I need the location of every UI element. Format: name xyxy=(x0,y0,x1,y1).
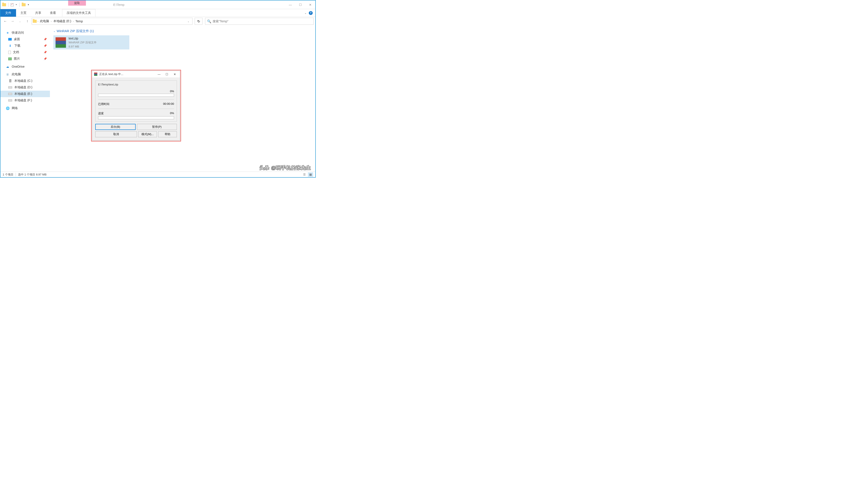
cancel-button[interactable]: 取消 xyxy=(95,131,137,137)
background-button[interactable]: 后台(B) xyxy=(95,124,135,130)
sidebar-this-pc[interactable]: 🖥此电脑 xyxy=(0,71,50,78)
help-button[interactable]: 帮助 xyxy=(158,131,177,137)
chevron-right-icon[interactable]: › xyxy=(37,20,38,23)
properties-icon[interactable] xyxy=(11,3,14,6)
maximize-button[interactable]: ☐ xyxy=(295,0,305,9)
extract-dialog-highlight: 正在从 text.zip 中... — ☐ ✕ E:\Temp\text.zip… xyxy=(91,70,181,141)
sidebar-pictures[interactable]: 图片📌 xyxy=(0,56,50,62)
pc-icon: 🖥 xyxy=(6,72,9,76)
svg-rect-0 xyxy=(94,73,97,74)
drive-icon xyxy=(8,93,12,95)
ribbon-tabs: 文件 主页 共享 查看 压缩的文件夹工具 ⌄ ? xyxy=(0,9,315,17)
mode-button[interactable]: 模式(M)... xyxy=(138,131,157,137)
progress-label: 进度 xyxy=(98,111,104,116)
sidebar-quick-access[interactable]: ★快速访问 xyxy=(0,30,50,36)
tab-home[interactable]: 主页 xyxy=(16,9,31,17)
dialog-title: 正在从 text.zip 中... xyxy=(99,72,155,76)
address-bar[interactable]: › 此电脑 › 本地磁盘 (E:) › Temp ⌄ xyxy=(32,18,192,25)
chevron-down-icon[interactable]: ▼ xyxy=(16,4,17,6)
drive-icon: 🗄 xyxy=(8,79,12,83)
chevron-right-icon[interactable]: › xyxy=(51,20,52,23)
elapsed-value: 00:00:00 xyxy=(163,102,174,106)
search-input[interactable] xyxy=(213,20,312,23)
download-icon: ⬇ xyxy=(8,44,12,48)
back-button[interactable]: ← xyxy=(2,18,8,24)
collapse-ribbon-icon[interactable]: ⌄ xyxy=(305,11,307,14)
search-icon: 🔍 xyxy=(207,19,211,24)
group-header[interactable]: ⌄ WinRAR ZIP 压缩文件 (1) xyxy=(53,28,312,34)
help-icon[interactable]: ? xyxy=(309,11,313,15)
sidebar-drive-c[interactable]: 🗄本地磁盘 (C:) xyxy=(0,78,50,84)
refresh-button[interactable]: ↻ xyxy=(195,18,203,25)
minimize-button[interactable]: — xyxy=(285,0,295,9)
details-view-button[interactable]: ☰ xyxy=(302,172,307,177)
quick-access-toolbar: ▼ ▾ xyxy=(0,3,29,7)
recent-locations-button[interactable]: ⌄ xyxy=(17,18,23,24)
extract-dialog: 正在从 text.zip 中... — ☐ ✕ E:\Temp\text.zip… xyxy=(92,71,180,140)
breadcrumb-item[interactable]: Temp xyxy=(74,19,84,24)
dialog-file-path: E:\Temp\text.zip xyxy=(98,83,174,86)
tab-file[interactable]: 文件 xyxy=(0,9,16,17)
folder-icon xyxy=(2,3,6,6)
folder-icon[interactable] xyxy=(22,3,26,6)
separator xyxy=(8,3,8,7)
file-item[interactable]: text.zip WinRAR ZIP 压缩文件 8.97 MB xyxy=(53,35,129,50)
close-button[interactable]: ✕ xyxy=(305,0,315,9)
status-item-count: 1 个项目 xyxy=(3,173,13,176)
navigation-bar: ← → ⌄ ↑ › 此电脑 › 本地磁盘 (E:) › Temp ⌄ ↻ 🔍 xyxy=(0,17,315,26)
separator xyxy=(16,173,16,176)
forward-button[interactable]: → xyxy=(9,18,16,24)
picture-icon xyxy=(8,58,12,60)
sidebar-drive-d[interactable]: 本地磁盘 (D:) xyxy=(0,84,50,91)
content-pane: ⌄ WinRAR ZIP 压缩文件 (1) text.zip WinRAR ZI… xyxy=(50,26,315,171)
up-button[interactable]: ↑ xyxy=(24,18,30,24)
dialog-minimize-button[interactable]: — xyxy=(155,71,163,77)
sidebar-documents[interactable]: 文档📌 xyxy=(0,49,50,56)
chevron-down-icon: ⌄ xyxy=(53,30,55,33)
watermark: 头杀 @玩手机的张先生 xyxy=(259,165,311,171)
sidebar-desktop[interactable]: 桌面📌 xyxy=(0,36,50,42)
address-dropdown-button[interactable]: ⌄ xyxy=(185,18,191,25)
dialog-file-percent: 0% xyxy=(170,90,174,93)
navigation-pane: ★快速访问 桌面📌 ⬇下载📌 文档📌 图片📌 ☁OneDrive 🖥此电脑 🗄本… xyxy=(0,26,50,171)
breadcrumb-item[interactable]: 本地磁盘 (E:) xyxy=(53,19,72,24)
sidebar-network[interactable]: 🌐网络 xyxy=(0,105,50,111)
context-tab-label: 提取 xyxy=(68,0,86,6)
winrar-icon xyxy=(94,72,98,76)
document-icon xyxy=(8,51,11,54)
pin-icon: 📌 xyxy=(43,51,47,54)
network-icon: 🌐 xyxy=(6,106,9,110)
dialog-body: E:\Temp\text.zip 0% 已用时间00:00:00 进度0% 后台… xyxy=(92,77,180,140)
breadcrumb-item[interactable]: 此电脑 xyxy=(39,19,50,24)
tab-view[interactable]: 查看 xyxy=(45,9,60,17)
dialog-buttons: 后台(B) 暂停(P) 取消 模式(M)... 帮助 xyxy=(95,124,177,137)
sidebar-onedrive[interactable]: ☁OneDrive xyxy=(0,63,50,70)
file-progress-bar xyxy=(98,94,174,97)
dialog-maximize-button[interactable]: ☐ xyxy=(163,71,171,77)
drive-icon xyxy=(8,86,12,89)
svg-rect-1 xyxy=(94,74,97,75)
search-box[interactable]: 🔍 xyxy=(205,18,314,25)
status-bar: 1 个项目 选中 1 个项目 8.97 MB ☰ ▦ xyxy=(0,171,315,177)
dialog-titlebar[interactable]: 正在从 text.zip 中... — ☐ ✕ xyxy=(92,71,180,77)
status-selected: 选中 1 个项目 8.97 MB xyxy=(18,173,46,176)
pause-button[interactable]: 暂停(P) xyxy=(137,124,177,130)
sidebar-drive-f[interactable]: 本地磁盘 (F:) xyxy=(0,97,50,104)
file-type: WinRAR ZIP 压缩文件 xyxy=(69,40,97,44)
sidebar-downloads[interactable]: ⬇下载📌 xyxy=(0,42,50,49)
qat-overflow[interactable]: ▾ xyxy=(28,3,29,6)
sidebar-drive-e[interactable]: 本地磁盘 (E:) xyxy=(0,91,50,97)
tab-share[interactable]: 共享 xyxy=(31,9,45,17)
large-icons-view-button[interactable]: ▦ xyxy=(308,172,313,177)
folder-icon xyxy=(33,20,37,23)
star-icon: ★ xyxy=(6,31,9,35)
tab-compressed-tools[interactable]: 压缩的文件夹工具 xyxy=(62,9,95,17)
onedrive-icon: ☁ xyxy=(6,65,9,69)
total-progress-bar xyxy=(98,116,174,119)
drive-icon xyxy=(8,99,12,101)
chevron-right-icon[interactable]: › xyxy=(73,20,73,23)
dialog-close-button[interactable]: ✕ xyxy=(171,71,179,77)
separator xyxy=(19,3,20,7)
winrar-icon xyxy=(56,37,66,48)
elapsed-label: 已用时间 xyxy=(98,102,110,106)
